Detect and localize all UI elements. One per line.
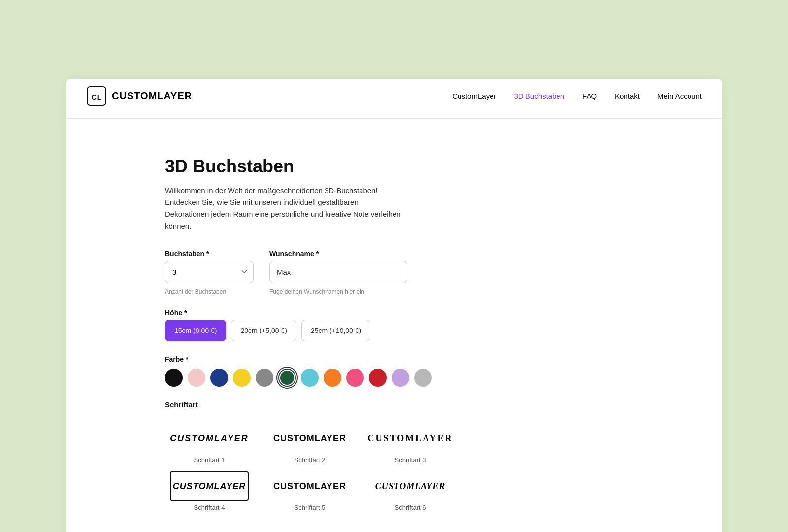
- nav-link-kontakt[interactable]: Kontakt: [615, 92, 640, 100]
- farbe-group: Farbe *: [165, 355, 589, 387]
- nav-link-faq[interactable]: FAQ: [582, 92, 597, 100]
- color-lavender[interactable]: [392, 369, 409, 387]
- schriftart-group: Schriftart CUSTOMLAYER Schriftart 1 CUST…: [165, 400, 589, 511]
- buchstaben-label: Buchstaben *: [165, 250, 254, 258]
- wunschname-label: Wunschname *: [269, 250, 407, 258]
- font-preview-5: CUSTOMLAYER: [270, 471, 349, 501]
- page-title: 3D Buchstaben: [165, 156, 589, 177]
- font-name-2: Schriftart 2: [295, 456, 326, 464]
- wunschname-input[interactable]: [269, 261, 407, 283]
- color-light-blue[interactable]: [301, 369, 319, 387]
- hoehe-btn-20cm[interactable]: 20cm (+5,00 €): [231, 320, 296, 341]
- font-name-3: Schriftart 3: [395, 456, 426, 464]
- color-gray[interactable]: [256, 369, 273, 387]
- page-description: Willkommen in der Welt der maßgeschneide…: [165, 185, 401, 232]
- farbe-label: Farbe *: [165, 355, 589, 363]
- buchstaben-group: Buchstaben * 1 2 3 4 5 6 7 8: [165, 250, 254, 295]
- color-black[interactable]: [165, 369, 183, 387]
- font-name-6: Schriftart 6: [395, 504, 426, 511]
- color-swatches: [165, 369, 589, 387]
- font-item-5[interactable]: CUSTOMLAYER Schriftart 5: [265, 471, 354, 511]
- font-preview-4: CUSTOMLAYER: [170, 471, 249, 501]
- wunschname-hint: Füge deinen Wunschnamen hier ein: [269, 288, 407, 295]
- nav-link-customlayer[interactable]: CustomLayer: [452, 92, 496, 100]
- logo-icon: CL: [86, 86, 107, 106]
- main-card: CL CUSTOMLAYER CustomLayer 3D Buchstaben…: [66, 79, 722, 532]
- color-dark-green[interactable]: [278, 369, 296, 387]
- hoehe-group: Höhe * 15cm (0,00 €) 20cm (+5,00 €) 25cm…: [165, 309, 589, 341]
- hoehe-btn-25cm[interactable]: 25cm (+10,00 €): [301, 320, 370, 341]
- buchstaben-hint: Anzahl der Buchstaben: [165, 288, 254, 295]
- font-item-2[interactable]: CUSTOMLAYER Schriftart 2: [265, 424, 354, 464]
- font-item-4[interactable]: CUSTOMLAYER Schriftart 4: [165, 471, 254, 511]
- font-name-4: Schriftart 4: [194, 504, 225, 511]
- font-item-1[interactable]: CUSTOMLAYER Schriftart 1: [165, 424, 254, 464]
- buchstaben-row: Buchstaben * 1 2 3 4 5 6 7 8: [165, 250, 589, 295]
- font-item-6[interactable]: CUSTOMLAYER Schriftart 6: [366, 471, 455, 511]
- font-name-5: Schriftart 5: [295, 504, 326, 511]
- nav-link-mein-account[interactable]: Mein Account: [657, 92, 702, 100]
- color-red[interactable]: [369, 369, 387, 387]
- hoehe-label: Höhe *: [165, 309, 589, 317]
- top-bar: [0, 0, 788, 79]
- color-pink[interactable]: [346, 369, 364, 387]
- nav-links: CustomLayer 3D Buchstaben FAQ Kontakt Me…: [452, 92, 702, 100]
- color-yellow[interactable]: [233, 369, 251, 387]
- font-preview-3: CUSTOMLAYER: [371, 424, 450, 453]
- font-preview-6: CUSTOMLAYER: [371, 471, 450, 501]
- buchstaben-select[interactable]: 1 2 3 4 5 6 7 8: [165, 261, 254, 283]
- navigation: CL CUSTOMLAYER CustomLayer 3D Buchstaben…: [66, 79, 722, 113]
- hoehe-button-group: 15cm (0,00 €) 20cm (+5,00 €) 25cm (+10,0…: [165, 320, 589, 341]
- color-dark-blue[interactable]: [210, 369, 228, 387]
- font-preview-2: CUSTOMLAYER: [270, 424, 349, 453]
- color-light-gray[interactable]: [414, 369, 432, 387]
- main-content: 3D Buchstaben Willkommen in der Welt der…: [66, 133, 608, 532]
- nav-link-3d-buchstaben[interactable]: 3D Buchstaben: [514, 92, 564, 100]
- schriftart-label: Schriftart: [165, 400, 589, 409]
- color-orange[interactable]: [324, 369, 341, 387]
- color-blush[interactable]: [188, 369, 205, 387]
- font-name-1: Schriftart 1: [194, 456, 225, 464]
- svg-text:CL: CL: [92, 93, 102, 101]
- font-grid: CUSTOMLAYER Schriftart 1 CUSTOMLAYER Sch…: [165, 424, 589, 511]
- logo[interactable]: CL CUSTOMLAYER: [86, 86, 192, 106]
- hoehe-btn-15cm[interactable]: 15cm (0,00 €): [165, 320, 226, 341]
- font-preview-1: CUSTOMLAYER: [170, 424, 249, 453]
- logo-text: CUSTOMLAYER: [112, 90, 192, 101]
- nav-divider: [66, 118, 722, 119]
- wunschname-group: Wunschname * Füge deinen Wunschnamen hie…: [269, 250, 407, 295]
- page-wrapper: CL CUSTOMLAYER CustomLayer 3D Buchstaben…: [0, 0, 788, 532]
- font-item-3[interactable]: CUSTOMLAYER Schriftart 3: [366, 424, 455, 464]
